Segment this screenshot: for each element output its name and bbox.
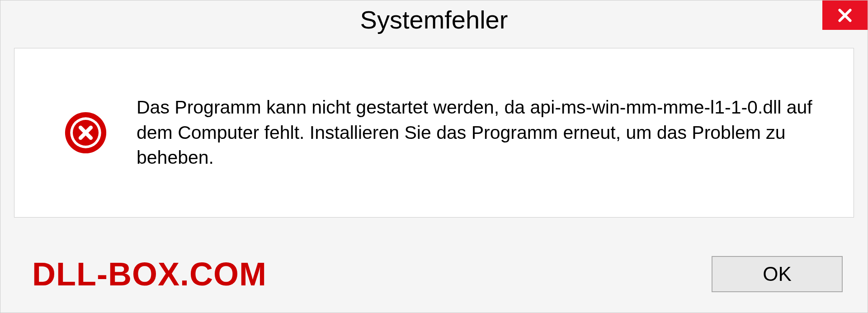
dialog-title: Systemfehler	[360, 5, 508, 34]
content-panel: Das Programm kann nicht gestartet werden…	[14, 48, 854, 218]
dialog-footer: DLL-BOX.COM OK	[0, 236, 868, 313]
error-message: Das Programm kann nicht gestartet werden…	[137, 95, 829, 170]
error-icon	[64, 111, 107, 154]
close-button[interactable]	[822, 0, 868, 30]
watermark-text: DLL-BOX.COM	[32, 256, 267, 293]
close-icon	[836, 6, 854, 24]
error-dialog: Systemfehler Das Programm kann nicht ges…	[0, 0, 868, 313]
ok-button[interactable]: OK	[712, 256, 843, 292]
titlebar: Systemfehler	[0, 0, 868, 39]
